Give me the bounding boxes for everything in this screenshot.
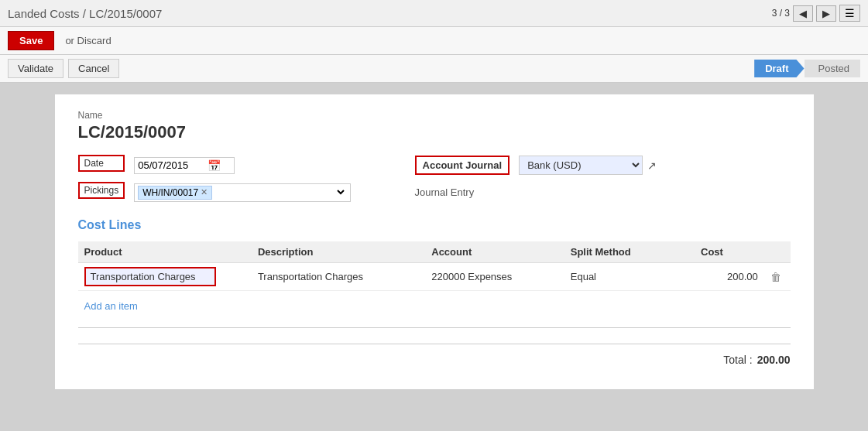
breadcrumb-current: LC/2015/0007 bbox=[89, 7, 162, 20]
cell-action[interactable]: 🗑 bbox=[764, 263, 791, 291]
product-cell-value[interactable]: Transportation Charges bbox=[84, 267, 216, 286]
cell-account: 220000 Expenses bbox=[425, 263, 564, 291]
col-header-account: Account bbox=[425, 241, 564, 263]
picking-tag-remove[interactable]: ✕ bbox=[201, 187, 208, 197]
calendar-icon[interactable]: 📅 bbox=[208, 159, 221, 172]
picking-tag: WH/IN/00017 ✕ bbox=[138, 186, 212, 200]
date-label: Date bbox=[78, 155, 125, 172]
validate-button[interactable]: Validate bbox=[8, 59, 63, 78]
date-input[interactable] bbox=[138, 159, 208, 171]
cell-cost: 200.00 bbox=[695, 263, 764, 291]
cost-lines-title: Cost Lines bbox=[78, 218, 791, 232]
total-value: 200.00 bbox=[757, 354, 791, 366]
divider bbox=[78, 327, 791, 328]
journal-entry-label: Journal Entry bbox=[415, 186, 510, 198]
col-header-split-method: Split Method bbox=[564, 241, 695, 263]
table-header-row: Product Description Account Split Method… bbox=[78, 241, 791, 263]
col-header-cost: Cost bbox=[695, 241, 764, 263]
cell-product[interactable]: Transportation Charges bbox=[78, 263, 252, 291]
total-label: Total : bbox=[723, 354, 752, 366]
nav-controls: 3 / 3 ◀ ▶ ☰ bbox=[772, 5, 860, 22]
bank-select[interactable]: Bank (USD) bbox=[519, 156, 643, 175]
breadcrumb-parent[interactable]: Landed Costs bbox=[8, 7, 80, 20]
external-link-icon[interactable]: ↗ bbox=[647, 159, 657, 172]
form-name-value: LC/2015/0007 bbox=[78, 122, 791, 142]
save-discard-toolbar: Save or Discard bbox=[0, 27, 868, 55]
table-row: Transportation Charges Transportation Ch… bbox=[78, 263, 791, 291]
main-content: Name LC/2015/0007 Date 📅 Account Journal… bbox=[55, 94, 814, 389]
action-bar: Validate Cancel Draft Posted bbox=[0, 55, 868, 83]
col-header-action bbox=[764, 241, 791, 263]
form-name-label: Name bbox=[78, 110, 791, 121]
col-header-product: Product bbox=[78, 241, 252, 263]
add-item-link[interactable]: Add an item bbox=[78, 297, 144, 315]
cancel-button[interactable]: Cancel bbox=[68, 59, 119, 78]
breadcrumb: Landed Costs / LC/2015/0007 bbox=[8, 7, 766, 20]
pickings-dropdown[interactable] bbox=[215, 186, 347, 199]
save-button[interactable]: Save bbox=[8, 31, 54, 50]
date-input-wrap[interactable]: 📅 bbox=[134, 157, 235, 174]
bank-select-wrap: Bank (USD) ↗ bbox=[519, 156, 790, 175]
menu-button[interactable]: ☰ bbox=[839, 5, 860, 22]
account-journal-text: Account Journal bbox=[423, 159, 503, 171]
status-bar: Draft Posted bbox=[754, 60, 860, 77]
account-journal-label: Account Journal bbox=[415, 156, 510, 175]
nav-prev-button[interactable]: ◀ bbox=[793, 5, 813, 22]
pickings-input-wrap[interactable]: WH/IN/00017 ✕ bbox=[134, 183, 351, 202]
cost-lines-table: Product Description Account Split Method… bbox=[78, 241, 791, 291]
status-posted[interactable]: Posted bbox=[805, 60, 860, 77]
cell-description: Transportation Charges bbox=[252, 263, 425, 291]
discard-button[interactable]: or Discard bbox=[59, 32, 117, 50]
form-fields: Date 📅 Account Journal Bank (USD) ↗ Pick… bbox=[78, 155, 791, 203]
top-bar: Landed Costs / LC/2015/0007 3 / 3 ◀ ▶ ☰ bbox=[0, 0, 868, 27]
col-header-description: Description bbox=[252, 241, 425, 263]
pickings-label: Pickings bbox=[78, 182, 125, 199]
cell-split-method: Equal bbox=[564, 263, 695, 291]
pagination-text: 3 / 3 bbox=[772, 8, 790, 19]
delete-row-icon[interactable]: 🗑 bbox=[770, 271, 781, 283]
picking-tag-text: WH/IN/00017 bbox=[142, 187, 198, 198]
status-draft[interactable]: Draft bbox=[754, 60, 804, 77]
total-section: Total : 200.00 bbox=[78, 344, 791, 366]
breadcrumb-separator: / bbox=[83, 7, 89, 20]
nav-next-button[interactable]: ▶ bbox=[816, 5, 836, 22]
